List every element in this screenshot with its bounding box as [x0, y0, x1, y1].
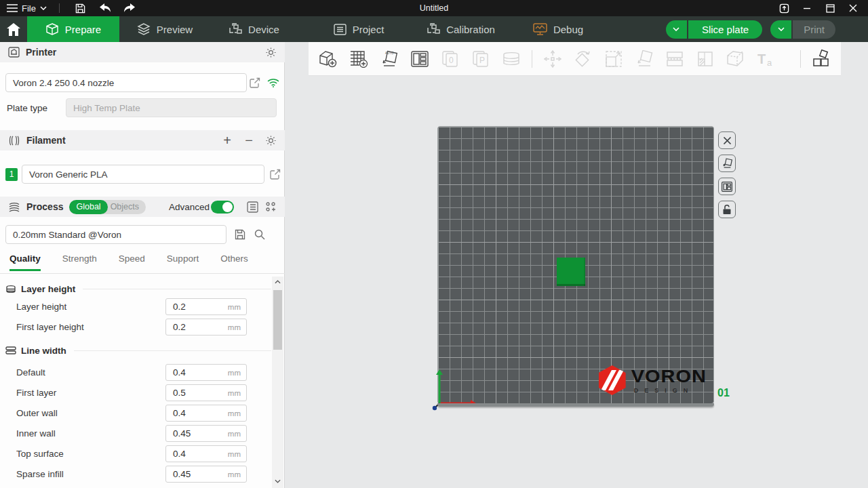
- tab-support[interactable]: Support: [167, 253, 199, 271]
- parameter-table-icon[interactable]: [247, 201, 258, 213]
- line-width-default-input[interactable]: 0.4 mm: [165, 364, 247, 381]
- layers-stack-icon: [502, 52, 520, 66]
- arrange-plate-button[interactable]: [718, 178, 736, 195]
- line-width-top-surface-input[interactable]: 0.4 mm: [165, 445, 247, 462]
- chevron-down-icon: [673, 27, 679, 31]
- plate-type-select: High Temp Plate: [66, 98, 277, 117]
- hamburger-icon: [7, 4, 18, 12]
- search-icon[interactable]: [254, 229, 265, 240]
- build-plate[interactable]: VORON DESIGN: [437, 126, 714, 404]
- calibration-icon: [427, 23, 440, 35]
- scroll-up-icon[interactable]: [275, 277, 281, 287]
- redo-button[interactable]: [121, 1, 138, 15]
- minimize-button[interactable]: [800, 1, 814, 15]
- publish-button[interactable]: [777, 1, 791, 15]
- tab-calibration[interactable]: Calibration: [407, 16, 515, 42]
- tab-debug[interactable]: Debug: [515, 16, 601, 42]
- layer-height-input[interactable]: 0.2 mm: [165, 298, 247, 315]
- line-width-sparse-infill-input[interactable]: 0.45 mm: [165, 466, 247, 483]
- arrange-icon: [722, 182, 732, 192]
- gear-icon[interactable]: [265, 135, 277, 146]
- param-value: 0.4: [173, 449, 186, 459]
- filament-preset-select[interactable]: Voron Generic PLA: [22, 165, 264, 184]
- delete-plate-button[interactable]: [718, 131, 736, 149]
- tab-prepare[interactable]: Prepare: [27, 16, 119, 42]
- voron-logo: VORON DESIGN: [599, 365, 707, 395]
- edit-filament-icon[interactable]: [270, 169, 281, 180]
- process-preset-select[interactable]: 0.20mm Standard @Voron: [5, 225, 226, 244]
- scale-button: [604, 49, 624, 69]
- add-plate-button[interactable]: [349, 49, 369, 69]
- search-settings-icon[interactable]: [265, 201, 277, 213]
- first-layer-height-input[interactable]: 0.2 mm: [165, 319, 247, 336]
- scope-global-button[interactable]: Global: [69, 200, 107, 214]
- model-cube[interactable]: [557, 258, 585, 286]
- plate-number-label[interactable]: 01: [717, 387, 730, 399]
- edit-printer-icon[interactable]: [250, 77, 260, 88]
- tab-speed[interactable]: Speed: [119, 253, 145, 271]
- save-preset-icon[interactable]: [235, 229, 245, 240]
- parameter-tabs: Quality Strength Speed Support Others: [9, 253, 281, 271]
- filament-slot-badge[interactable]: 1: [5, 168, 18, 181]
- tab-preview[interactable]: Preview: [119, 16, 210, 42]
- scroll-down-icon[interactable]: [275, 476, 281, 487]
- assembly-view-button[interactable]: [811, 49, 831, 69]
- tab-calibration-label: Calibration: [446, 24, 495, 35]
- tab-strength[interactable]: Strength: [62, 253, 97, 271]
- paste-p-icon: P: [472, 50, 490, 68]
- scrollbar-thumb[interactable]: [273, 290, 282, 350]
- slice-plate-button[interactable]: Slice plate: [688, 20, 762, 39]
- wifi-connection-icon[interactable]: [267, 78, 279, 87]
- add-cube-icon: [319, 50, 338, 68]
- file-menu[interactable]: File: [7, 3, 47, 14]
- printer-preset-select[interactable]: Voron 2.4 250 0.4 nozzle: [5, 73, 247, 92]
- undo-button[interactable]: [96, 1, 114, 15]
- add-filament-button[interactable]: +: [222, 134, 233, 147]
- plate-tool-buttons: [718, 131, 736, 218]
- tab-prepare-label: Prepare: [65, 24, 101, 35]
- home-button[interactable]: [0, 16, 27, 42]
- titlebar-divider: [59, 3, 60, 13]
- home-icon: [7, 23, 20, 36]
- tab-preview-label: Preview: [157, 24, 193, 35]
- split-to-objects-button: [695, 49, 715, 69]
- remove-filament-button[interactable]: −: [243, 134, 254, 147]
- slice-options-button[interactable]: [666, 20, 687, 39]
- svg-text:a: a: [767, 58, 772, 67]
- tab-device[interactable]: Device: [210, 16, 298, 42]
- print-options-button[interactable]: [770, 20, 791, 39]
- tab-others[interactable]: Others: [220, 253, 248, 271]
- lock-plate-button[interactable]: [718, 201, 736, 218]
- auto-orient-plate-button[interactable]: [718, 155, 736, 172]
- process-section-header: Process Global Objects Advanced: [0, 197, 285, 217]
- param-unit: mm: [228, 470, 241, 479]
- save-button[interactable]: [72, 1, 90, 15]
- advanced-toggle[interactable]: [211, 201, 234, 214]
- line-width-inner-wall-input[interactable]: 0.45 mm: [165, 425, 247, 442]
- param-label: Sparse infill: [16, 469, 64, 479]
- close-button[interactable]: [846, 1, 860, 15]
- maximize-button[interactable]: [823, 1, 837, 15]
- param-row: Layer height 0.2 mm: [5, 298, 271, 315]
- upload-icon: [779, 3, 789, 14]
- auto-orient-icon: AUTO: [380, 50, 399, 68]
- preview-layers-icon: [137, 23, 151, 35]
- line-width-first-layer-input[interactable]: 0.5 mm: [165, 384, 247, 401]
- filament-spool-icon: [8, 136, 20, 146]
- voron-hex-icon: [599, 365, 626, 395]
- scope-objects-button[interactable]: Objects: [108, 202, 146, 211]
- tab-quality[interactable]: Quality: [9, 253, 41, 271]
- process-preset-value: 0.20mm Standard @Voron: [13, 230, 121, 240]
- svg-text:P: P: [479, 56, 485, 65]
- viewport-3d[interactable]: AUTO 0 P: [285, 42, 868, 488]
- sidebar-scrollbar[interactable]: [272, 277, 283, 488]
- add-object-button[interactable]: [318, 49, 338, 69]
- auto-orient-button[interactable]: AUTO: [379, 49, 399, 69]
- arrange-button[interactable]: [410, 49, 430, 69]
- line-width-outer-wall-input[interactable]: 0.4 mm: [165, 405, 247, 422]
- close-icon: [723, 136, 732, 145]
- gear-icon[interactable]: [265, 47, 277, 58]
- filament-section-header: Filament + −: [0, 130, 285, 150]
- tab-project[interactable]: Project: [311, 16, 407, 42]
- logo-subtext: DESIGN: [631, 388, 707, 394]
